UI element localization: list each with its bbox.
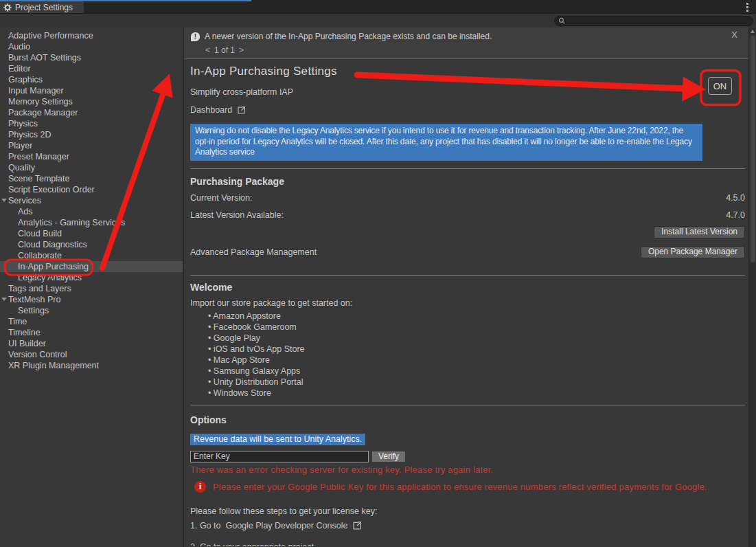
step-1-row: 1. Go to Google Play Developer Console [190,521,745,531]
sidebar-item-version-control[interactable]: Version Control [0,349,183,360]
advanced-package-management-label: Advanced Package Management [190,247,317,257]
sidebar-item-physics-2d[interactable]: Physics 2D [0,129,183,140]
search-icon [558,17,566,25]
sidebar-item-cloud-diagnostics[interactable]: Cloud Diagnostics [0,239,183,250]
sidebar-item-label: In-App Purchasing [18,262,89,271]
sidebar-item-quality[interactable]: Quality [0,162,183,173]
sidebar-item-label: Ads [18,207,33,216]
sidebar-item-label: Cloud Build [18,229,62,238]
sidebar-item-input-manager[interactable]: Input Manager [0,85,183,96]
triangle-down-icon[interactable] [1,298,7,301]
sidebar-item-label: UI Builder [8,339,46,348]
sidebar-item-label: Analytics - Gaming Services [18,218,125,227]
open-package-manager-button[interactable]: Open Package Manager [641,246,745,258]
sidebar-item-label: Preset Manager [8,152,69,161]
banner-message: A newer version of the In-App Purchasing… [205,32,492,41]
store-list-item: iOS and tvOs App Store [208,344,745,355]
sidebar-item-label: Graphics [8,75,43,85]
steps-intro: Please follow these steps to get your li… [190,507,745,516]
sidebar-item-label: Legacy Analytics [18,273,82,282]
sidebar-item-graphics[interactable]: Graphics [0,74,183,85]
sidebar-list: Adaptive PerformanceAudioBurst AOT Setti… [0,27,184,547]
sidebar-item-label: Editor [8,64,31,74]
title-bar: Project Settings [0,0,756,13]
current-version-label: Current Version: [190,194,252,203]
purchasing-package-heading: Purchasing Package [190,176,745,187]
sidebar-item-xr-plugin-management[interactable]: XR Plugin Management [0,360,183,371]
scroll-up-arrow-icon[interactable] [751,30,755,33]
external-link-icon [237,106,246,115]
sidebar-item-collaborate[interactable]: Collaborate [0,250,183,261]
latest-version-label: Latest Version Available: [190,211,284,220]
sidebar-item-label: Audio [8,42,30,52]
sidebar-item-physics[interactable]: Physics [0,118,183,129]
sidebar-item-preset-manager[interactable]: Preset Manager [0,151,183,162]
license-key-input[interactable] [190,451,369,462]
key-error-text: There was an error checking server for e… [190,465,745,475]
dashboard-link-label: Dashboard [190,105,232,115]
sidebar-item-time[interactable]: Time [0,316,183,327]
google-key-notice-row: i Please enter your Google Public Key fo… [190,481,745,493]
sidebar-item-burst-aot-settings[interactable]: Burst AOT Settings [0,52,183,63]
sidebar-item-cloud-build[interactable]: Cloud Build [0,228,183,239]
revenue-note-chip: Revenue data will be sent to Unity Analy… [190,434,365,445]
store-list-item: Google Play [208,333,745,344]
sidebar-item-ads[interactable]: Ads [0,206,183,217]
latest-version-row: Latest Version Available: 4.7.0 [190,211,745,220]
sidebar-item-timeline[interactable]: Timeline [0,327,183,338]
sidebar-item-services[interactable]: Services [0,195,183,206]
sidebar-item-in-app-purchasing[interactable]: In-App Purchasing [0,261,183,272]
sidebar-item-memory-settings[interactable]: Memory Settings [0,96,183,107]
pager-prev-button[interactable]: < [205,45,210,55]
google-play-console-link[interactable]: Google Play Developer Console [225,521,347,531]
sidebar-item-ui-builder[interactable]: UI Builder [0,338,183,349]
scrollbar-thumb[interactable] [751,36,755,263]
store-list-item: Facebook Gameroom [208,322,745,333]
sidebar-item-player[interactable]: Player [0,140,183,151]
sidebar-item-textmesh-pro[interactable]: TextMesh Pro [0,294,183,305]
settings-toolbar [0,13,756,27]
search-box[interactable] [554,16,753,26]
sidebar-item-label: Burst AOT Settings [8,53,81,63]
sidebar-item-package-manager[interactable]: Package Manager [0,107,183,118]
sidebar-item-script-execution-order[interactable]: Script Execution Order [0,184,183,195]
sidebar-item-settings[interactable]: Settings [0,305,183,316]
welcome-heading: Welcome [190,282,745,293]
search-input[interactable] [568,16,749,25]
sidebar-item-legacy-analytics[interactable]: Legacy Analytics [0,272,183,283]
sidebar-item-label: Tags and Layers [8,284,71,293]
gear-icon [3,3,12,12]
tab-project-settings[interactable]: Project Settings [0,1,84,13]
sidebar-item-label: Physics [8,119,38,129]
sidebar-item-label: Player [8,141,32,150]
install-latest-version-button[interactable]: Install Latest Version [654,226,745,238]
project-settings-window: Project Settings Adaptive PerformanceAud… [0,0,756,547]
sidebar-item-scene-template[interactable]: Scene Template [0,173,183,184]
sidebar-item-label: Quality [8,163,35,172]
current-version-row: Current Version: 4.5.0 [190,194,745,203]
options-heading: Options [190,414,745,425]
sidebar-item-audio[interactable]: Audio [0,41,183,52]
sidebar-item-adaptive-performance[interactable]: Adaptive Performance [0,30,183,41]
dashboard-link[interactable]: Dashboard [190,105,246,115]
sidebar-item-analytics-gaming-services[interactable]: Analytics - Gaming Services [0,217,183,228]
sidebar-item-editor[interactable]: Editor [0,63,183,74]
triangle-down-icon[interactable] [1,199,7,202]
sidebar-item-label: Script Execution Order [8,185,95,194]
iap-toggle-button[interactable]: ON [708,77,732,95]
sidebar-item-label: Services [8,196,41,205]
store-list: Amazon AppstoreFacebook GameroomGoogle P… [190,311,745,399]
sidebar-item-tags-and-layers[interactable]: Tags and Layers [0,283,183,294]
banner-close-button[interactable]: X [731,30,737,40]
google-key-notice: Please enter your Google Public Key for … [213,481,707,493]
console-alert-icon: ! [191,32,200,41]
pager-next-button[interactable]: > [239,45,244,55]
page-title: In-App Purchasing Settings [190,65,745,78]
kebab-menu-icon[interactable] [742,2,752,12]
store-list-item: Windows Store [208,388,745,399]
store-list-item: Amazon Appstore [208,311,745,322]
sidebar-item-label: Timeline [8,328,41,337]
verify-button[interactable]: Verify [371,451,406,462]
legacy-analytics-warning: Warning do not disable the Legacy Analyt… [190,124,702,161]
banner-pager: < 1 of 1 > [205,45,748,55]
